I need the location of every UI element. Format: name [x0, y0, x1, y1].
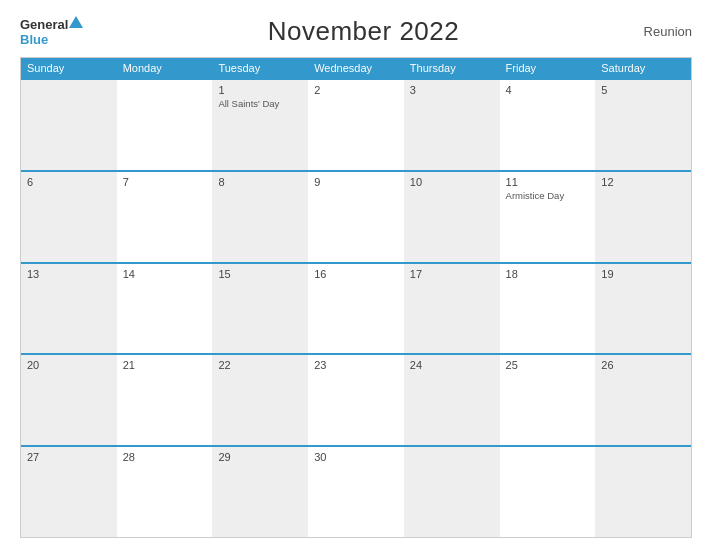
day-headers-row: SundayMondayTuesdayWednesdayThursdayFrid…	[21, 58, 691, 78]
day-number: 2	[314, 84, 398, 96]
week-row-2: 67891011Armistice Day12	[21, 170, 691, 262]
week-row-5: 27282930	[21, 445, 691, 537]
week-row-4: 20212223242526	[21, 353, 691, 445]
day-cell: 14	[117, 264, 213, 354]
day-number: 3	[410, 84, 494, 96]
day-header-monday: Monday	[117, 58, 213, 78]
day-number: 13	[27, 268, 111, 280]
region-label: Reunion	[644, 24, 692, 39]
day-number: 4	[506, 84, 590, 96]
logo-triangle-icon	[69, 16, 83, 28]
day-number: 11	[506, 176, 590, 188]
day-number: 27	[27, 451, 111, 463]
day-number: 17	[410, 268, 494, 280]
day-number: 6	[27, 176, 111, 188]
header: General Blue November 2022 Reunion	[20, 16, 692, 47]
day-number: 28	[123, 451, 207, 463]
day-cell: 9	[308, 172, 404, 262]
day-cell: 19	[595, 264, 691, 354]
day-cell	[595, 447, 691, 537]
day-cell: 12	[595, 172, 691, 262]
week-row-3: 13141516171819	[21, 262, 691, 354]
day-number: 20	[27, 359, 111, 371]
day-header-wednesday: Wednesday	[308, 58, 404, 78]
day-cell: 10	[404, 172, 500, 262]
day-header-tuesday: Tuesday	[212, 58, 308, 78]
day-cell: 30	[308, 447, 404, 537]
day-cell: 22	[212, 355, 308, 445]
logo: General Blue	[20, 17, 83, 47]
day-cell: 21	[117, 355, 213, 445]
day-cell: 5	[595, 80, 691, 170]
day-cell: 23	[308, 355, 404, 445]
event-label: Armistice Day	[506, 190, 590, 201]
day-cell: 16	[308, 264, 404, 354]
day-number: 1	[218, 84, 302, 96]
day-number: 14	[123, 268, 207, 280]
day-cell: 11Armistice Day	[500, 172, 596, 262]
day-cell: 28	[117, 447, 213, 537]
day-number: 23	[314, 359, 398, 371]
day-cell: 24	[404, 355, 500, 445]
day-cell: 1All Saints' Day	[212, 80, 308, 170]
day-number: 30	[314, 451, 398, 463]
calendar: SundayMondayTuesdayWednesdayThursdayFrid…	[20, 57, 692, 538]
day-cell	[21, 80, 117, 170]
day-number: 15	[218, 268, 302, 280]
day-cell: 29	[212, 447, 308, 537]
week-row-1: 1All Saints' Day2345	[21, 78, 691, 170]
day-cell: 18	[500, 264, 596, 354]
day-number: 16	[314, 268, 398, 280]
day-cell	[404, 447, 500, 537]
day-cell: 2	[308, 80, 404, 170]
day-number: 19	[601, 268, 685, 280]
day-cell: 8	[212, 172, 308, 262]
day-header-thursday: Thursday	[404, 58, 500, 78]
day-number: 18	[506, 268, 590, 280]
day-cell: 15	[212, 264, 308, 354]
page: General Blue November 2022 Reunion Sunda…	[0, 0, 712, 550]
day-header-saturday: Saturday	[595, 58, 691, 78]
day-cell: 17	[404, 264, 500, 354]
day-cell	[117, 80, 213, 170]
day-number: 21	[123, 359, 207, 371]
day-number: 9	[314, 176, 398, 188]
day-cell: 4	[500, 80, 596, 170]
weeks-container: 1All Saints' Day234567891011Armistice Da…	[21, 78, 691, 537]
day-header-sunday: Sunday	[21, 58, 117, 78]
day-number: 24	[410, 359, 494, 371]
day-cell: 7	[117, 172, 213, 262]
day-cell	[500, 447, 596, 537]
day-number: 25	[506, 359, 590, 371]
day-number: 22	[218, 359, 302, 371]
logo-blue-text: Blue	[20, 32, 48, 47]
day-number: 29	[218, 451, 302, 463]
day-number: 26	[601, 359, 685, 371]
day-number: 10	[410, 176, 494, 188]
day-cell: 13	[21, 264, 117, 354]
day-cell: 6	[21, 172, 117, 262]
day-cell: 3	[404, 80, 500, 170]
day-cell: 20	[21, 355, 117, 445]
day-number: 7	[123, 176, 207, 188]
day-cell: 25	[500, 355, 596, 445]
day-number: 12	[601, 176, 685, 188]
day-cell: 26	[595, 355, 691, 445]
calendar-title: November 2022	[268, 16, 460, 47]
day-number: 5	[601, 84, 685, 96]
event-label: All Saints' Day	[218, 98, 302, 109]
day-cell: 27	[21, 447, 117, 537]
day-number: 8	[218, 176, 302, 188]
logo-general-text: General	[20, 17, 68, 32]
day-header-friday: Friday	[500, 58, 596, 78]
